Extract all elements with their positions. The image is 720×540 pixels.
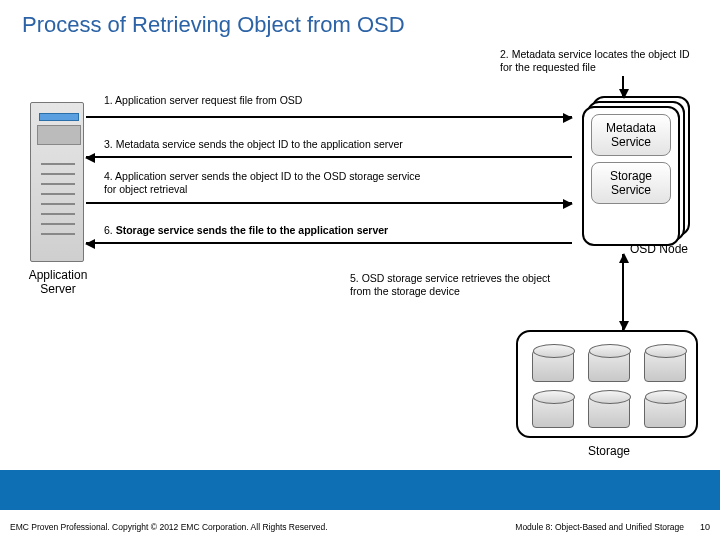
arrow-step3 [86,156,572,158]
application-server-label: Application Server [12,268,104,296]
page-number: 10 [700,522,710,532]
step-5-text: 5. OSD storage service retrieves the obj… [350,272,560,297]
metadata-service-box: Metadata Service [591,114,671,156]
step-4-text: 4. Application server sends the object I… [104,170,434,195]
page-title: Process of Retrieving Object from OSD [0,0,720,42]
step-6-text: 6. Storage service sends the file to the… [104,224,388,237]
arrow-step1 [86,116,572,118]
footer-bar [0,470,720,510]
step-1-text: 1. Application server request file from … [104,94,302,107]
application-server-icon [30,102,84,262]
storage-service-box: Storage Service [591,162,671,204]
arrow-step6 [86,242,572,244]
storage-icon [516,330,698,438]
arrow-step4 [86,202,572,204]
footer-left: EMC Proven Professional. Copyright © 201… [10,522,328,532]
diagram-area: 2. Metadata service locates the object I… [0,42,720,472]
step-2-text: 2. Metadata service locates the object I… [500,48,690,73]
arrow-step5 [622,254,624,330]
footer-right: Module 8: Object-Based and Unified Stora… [515,522,684,532]
osd-node-label: OSD Node [630,242,688,256]
arrow-step2 [622,76,624,98]
storage-label: Storage [588,444,630,458]
step-3-text: 3. Metadata service sends the object ID … [104,138,403,151]
